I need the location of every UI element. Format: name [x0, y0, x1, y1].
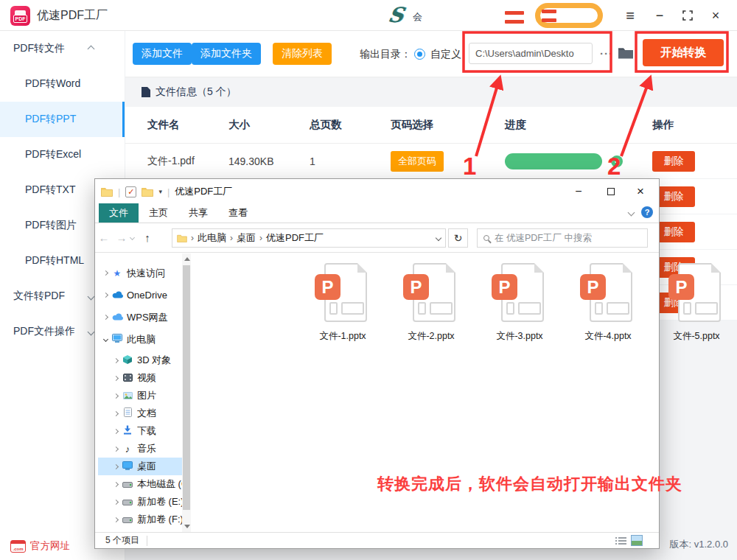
chevron-right-icon[interactable] — [113, 499, 119, 504]
quick-access-star-icon: ★ — [111, 268, 123, 279]
tree-item-quick-access[interactable]: ★ 快速访问 — [98, 263, 182, 283]
disk-drive-icon — [122, 479, 133, 490]
file-item[interactable]: P 文件-2.pptx — [390, 263, 472, 343]
chevron-right-icon[interactable] — [113, 463, 119, 469]
redacted-vip-button[interactable] — [535, 3, 603, 28]
search-box[interactable]: 在 优速PDF工厂 中搜索 — [477, 228, 648, 248]
explorer-maximize-icon[interactable] — [597, 179, 625, 204]
back-icon[interactable]: ← — [95, 231, 113, 244]
clear-list-button[interactable]: 清除列表 — [273, 43, 332, 65]
file-name: 文件-2.pptx — [408, 330, 454, 343]
chevron-right-icon[interactable] — [113, 428, 119, 433]
all-pages-button[interactable]: 全部页码 — [391, 151, 444, 172]
chevron-right-icon[interactable] — [113, 481, 119, 486]
tree-item-volume-e[interactable]: 新加卷 (E:) — [98, 493, 182, 511]
chevron-right-icon[interactable] — [103, 293, 108, 298]
file-item[interactable]: P 文件-4.pptx — [567, 263, 649, 343]
maximize-icon[interactable] — [677, 0, 699, 31]
toolbar: 添加文件 添加文件夹 清除列表 输出目录： 自定义 ··· 开始转换 — [125, 31, 737, 77]
address-dropdown-icon[interactable] — [436, 235, 441, 241]
tab-view[interactable]: 查看 — [218, 203, 258, 223]
help-icon[interactable]: ? — [641, 206, 653, 218]
separator — [147, 536, 147, 546]
breadcrumb-this-pc[interactable]: 此电脑 — [198, 231, 226, 245]
chevron-right-icon[interactable] — [103, 315, 108, 320]
scrollbar-thumb[interactable] — [183, 265, 190, 510]
file-item[interactable]: P 文件-5.pptx — [655, 263, 737, 343]
forward-icon[interactable]: → — [113, 231, 130, 244]
thumbnail-view-icon[interactable] — [631, 535, 643, 546]
chevron-right-icon[interactable] — [113, 410, 119, 416]
history-dropdown-icon[interactable] — [130, 235, 135, 240]
file-item[interactable]: P 文件-1.pptx — [301, 263, 384, 343]
tree-item-this-pc[interactable]: 此电脑 — [98, 329, 182, 349]
tree-label: 快速访问 — [127, 267, 165, 280]
up-icon[interactable]: ↑ — [139, 231, 156, 244]
close-icon[interactable]: × — [705, 0, 727, 31]
speed-logo-icon: S — [386, 3, 405, 27]
tree-item-onedrive[interactable]: OneDrive — [98, 285, 182, 305]
breadcrumb-separator: › — [230, 233, 233, 243]
toolbar-dropdown-icon[interactable]: ▾ — [158, 188, 162, 195]
minimize-icon[interactable]: − — [649, 0, 671, 31]
sidebar-item-pdf-to-word[interactable]: PDF转Word — [0, 66, 125, 102]
tree-label: WPS网盘 — [127, 311, 168, 324]
sidebar-group-pdf-to-file[interactable]: PDF转文件 — [0, 31, 125, 66]
menu-icon[interactable]: ≡ — [619, 0, 641, 31]
chevron-right-icon[interactable] — [103, 270, 108, 276]
sidebar-item-pdf-to-ppt[interactable]: PDF转PPT — [0, 102, 125, 137]
tab-file[interactable]: 文件 — [99, 203, 139, 223]
powerpoint-badge: P — [315, 274, 340, 300]
chevron-right-icon[interactable] — [113, 446, 119, 451]
tree-item-wps-cloud[interactable]: WPS网盘 — [98, 307, 182, 327]
tree-item-documents[interactable]: 文档 — [98, 405, 182, 422]
3d-object-icon — [122, 355, 133, 366]
browse-more-button[interactable]: ··· — [597, 43, 616, 64]
chevron-right-icon[interactable] — [113, 517, 119, 522]
output-path-input[interactable] — [469, 43, 593, 64]
file-info-title: 文件信息（5 个） — [156, 85, 237, 99]
custom-radio[interactable] — [414, 49, 425, 60]
address-bar[interactable]: › 此电脑 › 桌面 › 优速PDF工厂 — [172, 228, 446, 248]
quick-access-check-icon[interactable]: ✓ — [125, 186, 136, 197]
tree-item-local-disk-c[interactable]: 本地磁盘 (C: — [98, 475, 182, 493]
official-site-link[interactable]: .com 官方网址 — [10, 539, 70, 553]
breadcrumb-current-folder[interactable]: 优速PDF工厂 — [266, 231, 324, 245]
explorer-titlebar[interactable]: | ✓ ▾ | 优速PDF工厂 − × — [95, 179, 659, 204]
tab-home[interactable]: 主页 — [139, 203, 178, 223]
breadcrumb-desktop[interactable]: 桌面 — [237, 231, 256, 245]
screen: PDF 优速PDF工厂 S 会 ≡ − × PDF转文件 PDF转Word PD… — [0, 0, 737, 560]
tree-scrollbar[interactable] — [182, 253, 191, 532]
tree-item-pictures[interactable]: 图片 — [98, 387, 182, 405]
chevron-right-icon[interactable] — [113, 393, 119, 398]
tab-share[interactable]: 共享 — [178, 203, 218, 223]
start-convert-button[interactable]: 开始转换 — [643, 39, 724, 66]
tree-item-music[interactable]: ♪ 音乐 — [98, 440, 182, 458]
tree-label: 音乐 — [137, 442, 156, 455]
chevron-down-icon[interactable] — [103, 337, 108, 342]
col-progress: 进度 — [505, 118, 652, 132]
tree-item-videos[interactable]: 视频 — [98, 369, 182, 387]
tree-item-volume-f[interactable]: 新加卷 (F:) — [98, 511, 182, 528]
chevron-right-icon[interactable] — [113, 357, 119, 363]
explorer-minimize-icon[interactable]: − — [565, 179, 593, 204]
custom-radio-label[interactable]: 自定义 — [430, 31, 461, 77]
ribbon-collapse-icon[interactable] — [628, 209, 635, 216]
refresh-icon[interactable]: ↻ — [448, 228, 468, 248]
scroll-down-icon[interactable] — [184, 525, 190, 528]
tree-item-desktop[interactable]: 桌面 — [98, 458, 182, 475]
folder-icon[interactable] — [142, 187, 153, 197]
add-file-button[interactable]: 添加文件 — [133, 43, 192, 65]
details-view-icon[interactable] — [615, 535, 626, 546]
tree-item-downloads[interactable]: 下载 — [98, 422, 182, 440]
file-item[interactable]: P 文件-3.pptx — [478, 263, 561, 343]
sidebar-item-pdf-to-excel[interactable]: PDF转Excel — [0, 137, 125, 172]
add-folder-button[interactable]: 添加文件夹 — [192, 43, 261, 65]
tree-label: 文档 — [137, 407, 156, 420]
open-folder-icon[interactable] — [618, 46, 634, 62]
tree-item-3d-objects[interactable]: 3D 对象 — [98, 351, 182, 369]
chevron-right-icon[interactable] — [113, 375, 119, 380]
scroll-up-icon[interactable] — [184, 257, 190, 261]
explorer-close-icon[interactable]: × — [626, 179, 654, 204]
delete-button[interactable]: 删除 — [652, 151, 695, 172]
